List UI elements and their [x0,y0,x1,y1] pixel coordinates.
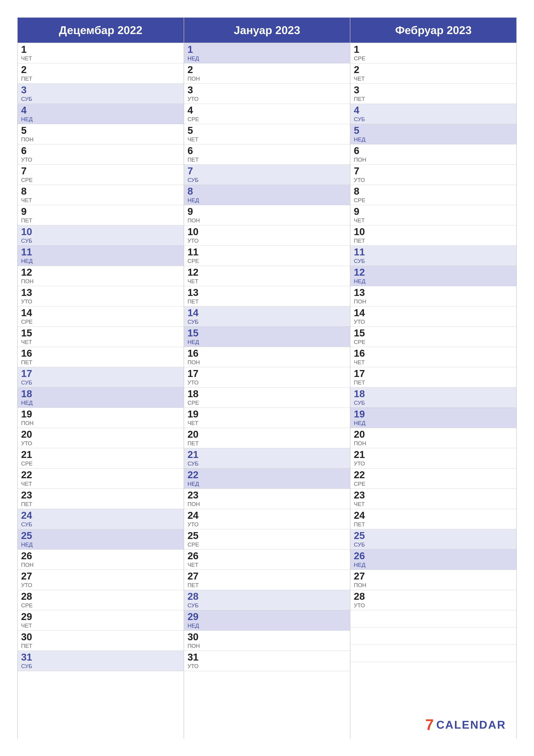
day-name: СУБ [188,318,203,325]
day-row: 20УТО [18,428,184,448]
day-number: 12 [188,267,203,277]
day-cell: 13УТО [21,287,36,305]
day-row: 29ЧЕТ [18,610,184,631]
day-row: 25НЕД [18,529,184,550]
day-number: 21 [188,449,203,459]
day-row: 27ПЕТ [184,570,350,590]
day-row: 26ПОН [18,550,184,570]
day-cell: 5ПОН [21,125,36,143]
day-cell: 16ЧЕТ [354,348,369,366]
day-number: 1 [188,44,203,54]
day-cell: 25НЕД [21,530,36,548]
day-number: 18 [188,389,203,399]
day-name: СРЕ [21,460,36,467]
day-row: 14СУБ [184,307,350,327]
day-name: ПОН [21,420,36,426]
day-number: 1 [21,44,36,54]
day-name: УТО [188,96,203,102]
day-row: 2ПЕТ [18,63,184,84]
day-name: СРЕ [188,541,203,548]
day-number: 17 [21,368,36,378]
day-row: 26НЕД [350,550,516,570]
day-number: 24 [354,510,369,520]
day-cell: 5ЧЕТ [188,125,203,143]
day-number: 20 [21,429,36,439]
day-cell: 26НЕД [354,551,369,568]
day-row: 20ПЕТ [184,428,350,448]
day-number: 30 [21,632,36,642]
day-number: 12 [21,267,36,277]
day-number: 30 [188,632,203,642]
day-number: 7 [21,166,36,176]
day-row: 13УТО [18,286,184,307]
day-cell: 23ПЕТ [21,490,36,507]
day-cell: 8СРЕ [354,186,369,204]
day-cell: 2ЧЕТ [354,65,369,82]
day-cell: 23ЧЕТ [354,490,369,507]
day-row: 21СРЕ [18,448,184,469]
day-name: СРЕ [354,55,369,62]
day-cell: 4СУБ [354,105,369,122]
day-name: ЧЕТ [21,622,36,629]
day-row: 24ПЕТ [350,509,516,529]
day-row: 3СУБ [18,84,184,104]
day-name: ЧЕТ [188,136,203,143]
day-row: 14УТО [350,307,516,327]
day-number: 27 [21,571,36,581]
day-row: 4СРЕ [184,104,350,124]
day-row: 18НЕД [18,388,184,408]
day-name: УТО [354,177,369,183]
day-number: 31 [21,652,36,662]
day-number: 23 [21,490,36,500]
day-name: СУБ [21,663,36,670]
day-row: 15НЕД [184,327,350,347]
day-cell: 1ЧЕТ [21,44,36,62]
day-row: 23ПЕТ [18,489,184,509]
day-row: 6ПОН [350,145,516,165]
day-name: СУБ [354,399,369,406]
day-row: 13ПОН [350,286,516,307]
day-cell: 20УТО [21,429,36,447]
day-number: 27 [354,571,369,581]
day-cell: 29НЕД [188,611,203,629]
day-cell: 17УТО [188,368,203,386]
day-number: 21 [21,449,36,459]
day-name: ПОН [188,75,203,82]
day-number: 22 [188,470,203,480]
day-number: 9 [188,206,203,216]
day-number: 22 [21,470,36,480]
day-name: СРЕ [354,197,369,204]
day-name: СРЕ [188,116,203,122]
day-cell: 7УТО [354,166,369,183]
month-header-2: Фебруар 2023 [350,18,516,43]
day-cell: 12ЧЕТ [188,267,203,285]
day-number: 6 [21,146,36,156]
day-cell: 18СРЕ [188,389,203,406]
day-name: ПЕТ [21,359,36,366]
day-name: ЧЕТ [354,217,369,224]
day-name: ПОН [21,136,36,143]
day-cell: 22НЕД [188,470,203,487]
day-number: 14 [354,308,369,318]
day-row: 8СРЕ [350,185,516,205]
day-cell: 9ПОН [188,206,203,224]
day-name: СУБ [21,237,36,244]
day-row: 18СРЕ [184,388,350,408]
day-number: 5 [21,125,36,135]
day-cell: 7СРЕ [21,166,36,183]
day-name: НЕД [188,339,203,345]
day-cell: 26ЧЕТ [188,551,203,568]
day-cell: 1НЕД [188,44,203,62]
day-number: 19 [21,409,36,419]
month-col-0: Децембар 20221ЧЕТ2ПЕТ3СУБ4НЕД5ПОН6УТО7СР… [18,18,184,739]
day-name: ЧЕТ [21,55,36,62]
day-number: 24 [21,510,36,520]
day-row: 31СУБ [18,651,184,671]
day-name: УТО [354,602,369,609]
day-name: ПОН [354,298,369,305]
day-number: 28 [188,591,203,601]
day-row: 27ПОН [350,570,516,590]
day-cell: 24ПЕТ [354,510,369,528]
day-row: 19НЕД [350,408,516,428]
day-row: 5НЕД [350,124,516,145]
